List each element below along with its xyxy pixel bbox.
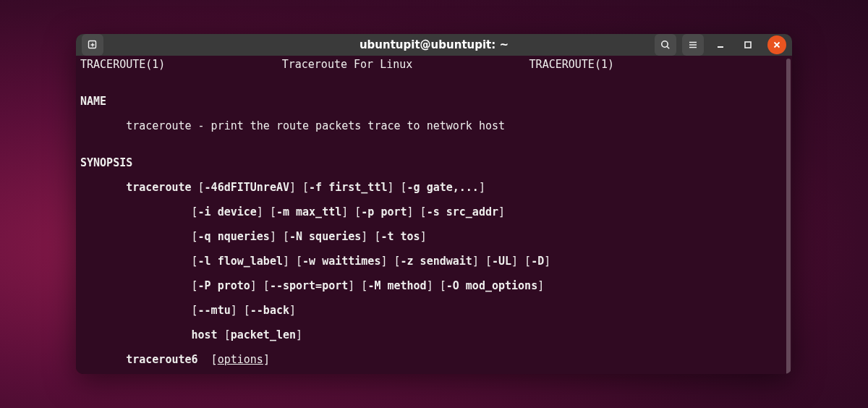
section-synopsis: SYNOPSIS xyxy=(80,156,132,169)
search-button[interactable] xyxy=(655,34,676,56)
minimize-icon xyxy=(715,40,726,50)
man-header-left: TRACEROUTE(1) xyxy=(80,59,165,71)
man-header-right: TRACEROUTE(1) xyxy=(529,59,788,71)
svg-rect-2 xyxy=(745,42,751,48)
name-body: traceroute - print the route packets tra… xyxy=(80,120,788,132)
terminal-output[interactable]: TRACEROUTE(1)Traceroute For LinuxTRACERO… xyxy=(76,56,792,374)
titlebar: ubuntupit@ubuntupit: ~ xyxy=(76,34,792,56)
maximize-icon xyxy=(743,40,753,50)
close-icon xyxy=(773,41,781,49)
scrollbar-thumb[interactable] xyxy=(786,59,791,374)
hamburger-icon xyxy=(687,39,699,51)
terminal-window: ubuntupit@ubuntupit: ~ xyxy=(76,34,792,374)
window-title: ubuntupit@ubuntupit: ~ xyxy=(359,38,509,51)
maximize-button[interactable] xyxy=(737,34,759,56)
minimize-button[interactable] xyxy=(710,34,731,56)
svg-point-1 xyxy=(662,41,668,47)
section-name: NAME xyxy=(80,95,106,108)
menu-button[interactable] xyxy=(682,34,704,56)
scrollbar[interactable] xyxy=(785,59,792,374)
close-button[interactable] xyxy=(767,35,786,54)
new-tab-button[interactable] xyxy=(82,34,103,56)
search-icon xyxy=(660,39,671,51)
man-header-mid: Traceroute For Linux xyxy=(165,59,529,71)
